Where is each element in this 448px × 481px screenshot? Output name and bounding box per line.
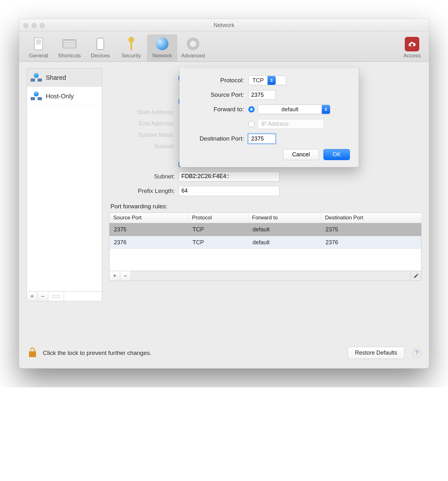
- forward-ip-radio[interactable]: [248, 121, 255, 127]
- tab-access[interactable]: Access: [399, 37, 425, 61]
- cell: 2375: [321, 223, 421, 236]
- cell: default: [248, 236, 321, 249]
- lock-open-icon[interactable]: [27, 347, 38, 359]
- rules-controls: + −: [109, 271, 421, 281]
- gear-icon: [187, 38, 199, 50]
- restore-defaults-button[interactable]: Restore Defaults: [348, 347, 404, 359]
- cancel-button[interactable]: Cancel: [283, 149, 319, 160]
- zoom-window[interactable]: [40, 23, 45, 28]
- window-title: Network: [214, 22, 234, 28]
- sidebar-item-hostonly[interactable]: Host-Only: [27, 87, 102, 106]
- protocol-select[interactable]: TCP: [248, 76, 286, 85]
- tab-shortcuts[interactable]: Shortcuts: [54, 34, 85, 61]
- remove-network-button[interactable]: −: [38, 292, 48, 301]
- forward-to-label: Forward to:: [188, 106, 248, 113]
- col-dest-port[interactable]: Destination Port: [321, 212, 421, 223]
- dest-port-input[interactable]: [248, 134, 275, 143]
- forward-vm-radio[interactable]: [248, 106, 255, 113]
- prefix-length-input[interactable]: [179, 186, 280, 196]
- ok-button[interactable]: OK: [323, 149, 350, 160]
- content-area: Shared Host-Only + − Connect Mac to thi: [19, 62, 429, 339]
- sidebar-item-shared[interactable]: Shared: [27, 68, 102, 87]
- protocol-value: TCP: [249, 77, 268, 84]
- tab-label: Security: [121, 53, 141, 59]
- network-list: Shared Host-Only + −: [27, 68, 102, 301]
- chevron-updown-icon: [322, 105, 330, 114]
- tab-label: Shortcuts: [58, 53, 81, 59]
- help-button[interactable]: ?: [412, 348, 421, 358]
- tab-label: General: [29, 53, 48, 59]
- pencil-icon: [413, 273, 419, 279]
- tab-label: Access: [404, 53, 421, 59]
- port-rules-table: Source Port Protocol Forward to Destinat…: [109, 212, 421, 271]
- table-row[interactable]: 2376 TCP default 2376: [109, 236, 421, 249]
- tab-advanced[interactable]: Advanced: [178, 34, 208, 61]
- tab-general[interactable]: General: [23, 34, 54, 61]
- sidebar-controls: + −: [27, 291, 102, 301]
- cell: 2376: [321, 236, 421, 249]
- cell: 2375: [109, 223, 188, 236]
- key-icon: [127, 37, 136, 51]
- preferences-window: Network General Shortcuts Devices Securi…: [19, 19, 429, 368]
- svg-rect-0: [29, 352, 36, 357]
- tab-network[interactable]: Network: [147, 34, 177, 61]
- close-window[interactable]: [23, 23, 28, 28]
- source-port-input[interactable]: [248, 90, 275, 100]
- sidebar-item-label: Shared: [46, 74, 66, 81]
- add-network-button[interactable]: +: [27, 292, 38, 301]
- tab-label: Advanced: [181, 53, 205, 59]
- edit-rule-button[interactable]: [410, 271, 421, 281]
- window-controls: [23, 23, 45, 28]
- port-rule-sheet: Protocol: TCP Source Port: Forward to:: [179, 68, 359, 167]
- tab-label: Devices: [91, 53, 110, 59]
- subnet-input[interactable]: [179, 171, 280, 182]
- network-icon: [31, 91, 42, 101]
- protocol-label: Protocol:: [188, 77, 248, 84]
- subnet-label: Subnet:: [109, 173, 179, 180]
- tab-security[interactable]: Security: [116, 34, 146, 61]
- end-addr-label: End Address:: [109, 120, 179, 127]
- forward-vm-select[interactable]: default: [258, 105, 330, 114]
- footer: Click the lock to prevent further change…: [19, 339, 429, 368]
- col-source-port[interactable]: Source Port: [109, 212, 188, 223]
- main-panel: Connect Mac to this network Show in Syst…: [109, 68, 421, 301]
- dest-port-label: Destination Port:: [188, 135, 248, 142]
- add-rule-button[interactable]: +: [109, 271, 120, 281]
- remove-rule-button[interactable]: −: [120, 271, 131, 281]
- tab-devices[interactable]: Devices: [85, 34, 115, 61]
- prefix-label: Prefix Length:: [109, 188, 179, 194]
- source-port-label: Source Port:: [188, 91, 248, 98]
- globe-icon: [156, 38, 168, 50]
- col-forward-to[interactable]: Forward to: [248, 212, 321, 223]
- toolbar: General Shortcuts Devices Security Netwo…: [19, 32, 429, 62]
- titlebar: Network: [19, 19, 429, 32]
- subnet4-label: Subnet:: [109, 143, 179, 150]
- cell: TCP: [188, 236, 248, 249]
- cloud-home-icon: [408, 40, 416, 48]
- ip-address-input[interactable]: IP Address: [258, 119, 324, 129]
- lock-hint-text: Click the lock to prevent further change…: [43, 350, 343, 356]
- cell: 2376: [109, 236, 188, 249]
- tab-label: Network: [152, 53, 172, 59]
- forward-vm-value: default: [258, 106, 322, 113]
- device-icon: [97, 38, 104, 50]
- switch-icon: [34, 38, 43, 50]
- resize-grip[interactable]: [48, 292, 64, 301]
- cell: TCP: [188, 223, 248, 236]
- sidebar-item-label: Host-Only: [46, 93, 74, 100]
- mask-label: Subnet Mask:: [109, 131, 179, 138]
- start-addr-label: Start Address:: [109, 109, 179, 116]
- chevron-updown-icon: [268, 76, 276, 85]
- keyboard-icon: [62, 39, 76, 48]
- cell: default: [248, 223, 321, 236]
- minimize-window[interactable]: [32, 23, 37, 28]
- network-icon: [31, 73, 42, 82]
- table-row[interactable]: 2375 TCP default 2375: [109, 223, 421, 236]
- port-rules-title: Port forwarding rules:: [110, 203, 421, 210]
- col-protocol[interactable]: Protocol: [188, 212, 248, 223]
